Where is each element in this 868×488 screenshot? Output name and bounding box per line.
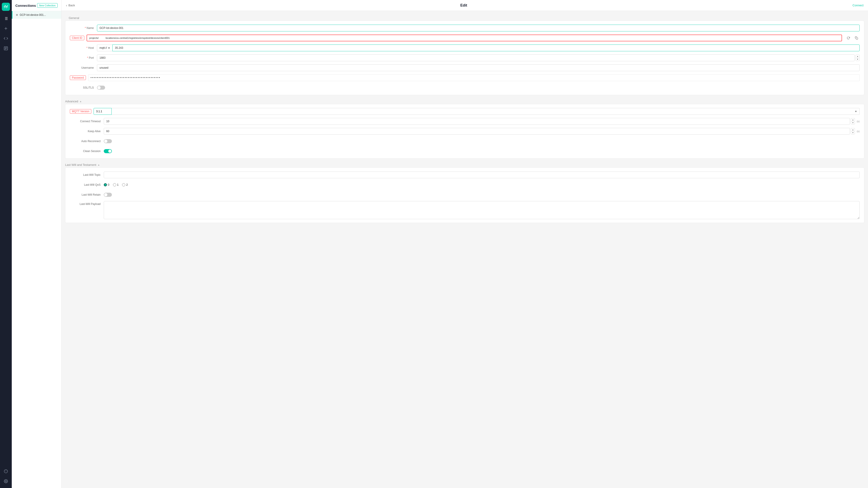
left-panel-header: Connections New Collection: [12, 0, 61, 11]
qos-label-2: 2: [126, 183, 128, 186]
client-id-label: Client ID: [70, 36, 84, 40]
advanced-section: MQTT Version ▼ Connect Timeout ▲ ▼: [65, 104, 864, 159]
host-protocol-selector[interactable]: mqtt:// ▼: [97, 44, 112, 51]
protocol-value: mqtt://: [99, 46, 107, 50]
add-icon: [4, 26, 8, 31]
username-input[interactable]: [97, 64, 860, 71]
connection-item-gcp[interactable]: GCP-Iot-device-001...: [12, 11, 61, 19]
sidebar-item-connections[interactable]: [2, 14, 10, 23]
keep-alive-input[interactable]: [104, 128, 850, 135]
host-ip-input[interactable]: [112, 44, 860, 51]
connections-icon: [4, 16, 8, 21]
clean-session-toggle[interactable]: [104, 149, 112, 153]
port-decrement-button[interactable]: ▼: [856, 58, 860, 61]
refresh-icon: [847, 36, 850, 39]
qos-radio-0[interactable]: [104, 183, 107, 186]
copy-icon: [855, 36, 858, 39]
logo-icon: [3, 4, 8, 9]
settings-icon: [4, 479, 8, 483]
sidebar: [0, 0, 12, 488]
qos-option-2[interactable]: 2: [122, 183, 128, 186]
last-will-section: Last-Will Topic Last-Will QoS 0 1: [65, 167, 864, 223]
auto-reconnect-toggle[interactable]: [104, 139, 112, 143]
chevron-left-icon: ‹: [66, 4, 67, 7]
app-logo: [2, 3, 10, 11]
qos-options: 0 1 2: [104, 183, 128, 186]
chevron-down-icon: ▼: [108, 47, 110, 49]
last-will-section-label: Last Will and Testament: [65, 163, 96, 166]
connections-title: Connections: [16, 4, 36, 7]
svg-point-7: [5, 481, 6, 482]
ssl-tls-label: SSL/TLS: [70, 86, 97, 89]
password-input[interactable]: [88, 74, 860, 81]
sidebar-item-info[interactable]: [2, 467, 10, 475]
sidebar-item-add[interactable]: [2, 24, 10, 33]
sidebar-item-settings[interactable]: [2, 477, 10, 485]
username-label: Username: [70, 66, 97, 69]
auto-reconnect-label: Auto Reconnect: [70, 140, 104, 143]
last-will-topic-row: Last-Will Topic: [70, 171, 860, 178]
ssl-tls-toggle[interactable]: [97, 86, 105, 90]
last-will-qos-row: Last-Will QoS 0 1 2: [70, 181, 860, 188]
general-section: Name Client ID: [65, 21, 864, 95]
advanced-section-label: Advanced: [65, 100, 78, 103]
new-collection-button[interactable]: New Collection: [37, 3, 58, 8]
name-row: Name: [70, 24, 860, 32]
last-will-topic-input[interactable]: [104, 171, 860, 178]
connect-timeout-decrement[interactable]: ▼: [851, 121, 855, 125]
mqtt-version-row: MQTT Version ▼: [70, 108, 860, 115]
client-id-input-row: [87, 35, 860, 41]
last-will-retain-row: Last-Will Retain: [70, 191, 860, 198]
qos-option-0[interactable]: 0: [104, 183, 110, 186]
back-label: Back: [68, 4, 75, 7]
qos-label-0: 0: [108, 183, 110, 186]
qos-label-1: 1: [117, 183, 119, 186]
qos-radio-1[interactable]: [113, 183, 116, 186]
port-row: Port ▲ ▼: [70, 54, 860, 61]
left-panel: Connections New Collection GCP-Iot-devic…: [12, 0, 61, 488]
keep-alive-increment[interactable]: ▲: [851, 128, 855, 131]
last-will-payload-label: Last-Will Payload: [70, 201, 104, 205]
sidebar-item-log[interactable]: [2, 44, 10, 53]
page-title: Edit: [460, 3, 467, 7]
password-label: Password: [70, 75, 86, 80]
qos-option-1[interactable]: 1: [113, 183, 119, 186]
name-input[interactable]: [97, 25, 860, 31]
connect-timeout-input[interactable]: [104, 118, 850, 125]
last-will-payload-input[interactable]: [104, 201, 860, 219]
keep-alive-spinner: ▲ ▼: [851, 128, 855, 134]
sidebar-item-script[interactable]: [2, 34, 10, 42]
log-icon: [4, 46, 8, 51]
port-label: Port: [70, 56, 97, 59]
keep-alive-label: Keep Alive: [70, 130, 104, 133]
mqtt-version-input[interactable]: [94, 108, 112, 115]
host-row: Host mqtt:// ▼: [70, 44, 860, 52]
code-icon: [4, 36, 8, 41]
keep-alive-decrement[interactable]: ▼: [851, 131, 855, 134]
advanced-section-header[interactable]: Advanced ▲: [65, 98, 864, 104]
mqtt-version-label: MQTT Version: [70, 109, 91, 113]
last-will-section-header[interactable]: Last Will and Testament ▲: [65, 161, 864, 167]
name-label: Name: [70, 26, 97, 30]
back-button[interactable]: ‹ Back: [66, 4, 75, 7]
qos-radio-2[interactable]: [122, 183, 125, 186]
port-input[interactable]: [97, 55, 855, 61]
advanced-collapse-icon: ▲: [80, 100, 82, 103]
username-row: Username: [70, 64, 860, 71]
last-will-retain-toggle[interactable]: [104, 193, 112, 197]
connect-button[interactable]: Connect: [852, 4, 864, 7]
refresh-client-id-button[interactable]: [845, 35, 851, 41]
ssl-tls-row: SSL/TLS: [70, 84, 860, 91]
port-increment-button[interactable]: ▲: [856, 55, 860, 58]
last-will-topic-label: Last-Will Topic: [70, 173, 104, 176]
connect-timeout-increment[interactable]: ▲: [851, 118, 855, 121]
svg-rect-8: [856, 37, 858, 39]
connect-timeout-spinner: ▲ ▼: [851, 118, 855, 125]
connection-name: GCP-Iot-device-001...: [20, 13, 46, 17]
clean-session-label: Clean Session: [70, 150, 104, 153]
connect-timeout-row: Connect Timeout ▲ ▼ (s): [70, 118, 860, 125]
mqtt-version-dropdown[interactable]: ▼: [112, 108, 860, 115]
password-row: Password: [70, 74, 860, 81]
client-id-input[interactable]: [87, 35, 842, 41]
copy-client-id-button[interactable]: [853, 35, 860, 41]
